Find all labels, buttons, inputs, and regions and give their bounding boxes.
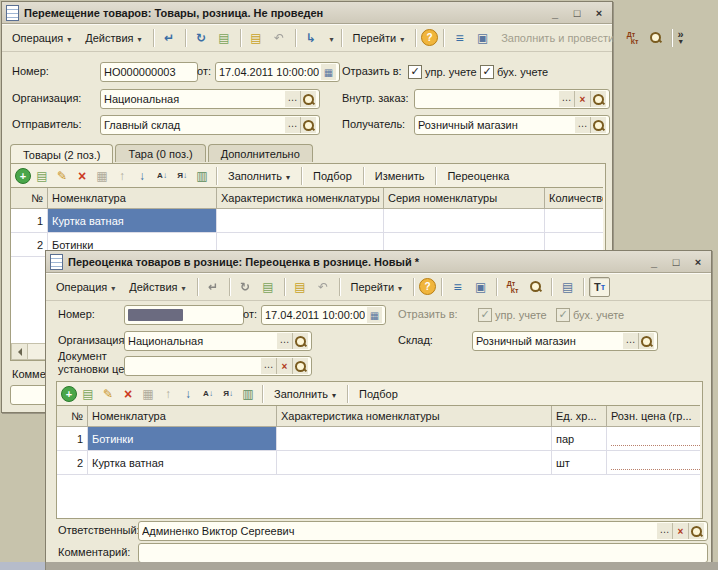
sort-asc-icon[interactable]: А xyxy=(199,385,217,402)
open-icon[interactable] xyxy=(688,523,704,539)
col-unit[interactable]: Ед. хр... xyxy=(552,406,607,426)
tab-goods[interactable]: Товары (2 поз.) xyxy=(10,144,113,163)
tab-additional[interactable]: Дополнительно xyxy=(208,144,313,162)
table-row[interactable]: 1 Куртка ватная xyxy=(11,209,603,233)
choose-icon[interactable] xyxy=(285,117,300,133)
checkbox-checked-icon[interactable] xyxy=(408,65,422,79)
open-icon[interactable] xyxy=(300,117,316,133)
open-icon[interactable] xyxy=(292,358,308,374)
price-cell[interactable] xyxy=(607,427,700,450)
help-icon[interactable] xyxy=(421,29,438,46)
sort-desc-icon[interactable]: Я xyxy=(173,167,191,184)
sort-asc-icon[interactable]: А xyxy=(153,167,171,184)
copy-row-icon[interactable] xyxy=(33,167,51,184)
maximize-icon[interactable]: □ xyxy=(570,6,584,20)
close-icon[interactable]: × xyxy=(592,6,606,20)
date-field[interactable]: 17.04.2011 10:00:00 xyxy=(261,305,386,325)
col-quantity[interactable]: Количество xyxy=(545,188,603,208)
sort-desc-icon[interactable]: Я xyxy=(219,385,237,402)
copy-icon[interactable] xyxy=(258,277,279,297)
calendar-icon[interactable] xyxy=(367,307,382,323)
structure-icon[interactable] xyxy=(449,28,470,48)
change-button[interactable]: Изменить xyxy=(369,167,431,185)
price-cell[interactable] xyxy=(607,451,700,474)
choose-icon[interactable] xyxy=(277,333,292,349)
organization-field[interactable]: Национальная xyxy=(100,89,320,109)
structure-icon[interactable] xyxy=(447,277,468,297)
clear-icon[interactable] xyxy=(574,91,590,107)
choose-icon[interactable] xyxy=(623,333,638,349)
price-type-icon[interactable]: Тт xyxy=(589,277,610,297)
choose-icon[interactable] xyxy=(285,91,300,107)
minimize-icon[interactable]: _ xyxy=(548,6,562,20)
pricing-doc-field[interactable] xyxy=(124,356,312,376)
maximize-icon[interactable]: □ xyxy=(669,255,683,269)
delete-row-icon[interactable] xyxy=(119,385,137,402)
table-row[interactable]: 2 Куртка ватная шт xyxy=(57,451,700,475)
choose-icon[interactable] xyxy=(261,358,276,374)
close-icon[interactable]: × xyxy=(691,255,705,269)
col-num[interactable]: № xyxy=(11,188,48,208)
comment-field[interactable] xyxy=(138,543,708,563)
help-icon[interactable] xyxy=(419,278,436,295)
col-num[interactable]: № xyxy=(57,406,88,426)
open-icon[interactable] xyxy=(638,333,654,349)
actions-menu[interactable]: Действия xyxy=(79,29,147,47)
col-characteristic[interactable]: Характеристика номенклатуры xyxy=(277,406,552,426)
receiver-field[interactable]: Розничный магазин xyxy=(414,115,610,135)
col-nomenclature[interactable]: Номенклатура xyxy=(48,188,217,208)
edit-row-icon[interactable] xyxy=(53,167,71,184)
col-retail-price[interactable]: Розн. цена (гр... xyxy=(607,406,700,426)
create-based-on-icon[interactable] xyxy=(301,28,322,48)
fill-menu[interactable]: Заполнить xyxy=(222,167,296,185)
choose-icon[interactable] xyxy=(657,523,672,539)
mgmt-accounting-checkbox[interactable]: упр. учете xyxy=(408,62,477,82)
barcode-icon[interactable] xyxy=(239,385,257,402)
clear-icon[interactable] xyxy=(672,523,688,539)
pick-button[interactable]: Подбор xyxy=(353,385,404,403)
warehouse-field[interactable]: Розничный магазин xyxy=(472,331,658,351)
sender-field[interactable]: Главный склад xyxy=(100,115,320,135)
reread-icon[interactable] xyxy=(191,28,212,48)
dtkt-icon[interactable]: ДтКт xyxy=(502,277,523,297)
post-document-icon[interactable] xyxy=(290,277,311,297)
checklist-icon[interactable] xyxy=(472,28,493,48)
fill-menu[interactable]: Заполнить xyxy=(268,385,342,403)
search-document-icon[interactable] xyxy=(645,28,666,48)
responsible-field[interactable]: Админенко Виктор Сергеевич xyxy=(138,521,708,541)
open-icon[interactable] xyxy=(300,91,316,107)
operation-menu[interactable]: Операция xyxy=(6,29,77,47)
date-field[interactable]: 17.04.2011 10:00:00 xyxy=(215,62,340,82)
col-nomenclature[interactable]: Номенклатура xyxy=(88,406,277,426)
report-icon[interactable] xyxy=(557,277,578,297)
search-document-icon[interactable] xyxy=(525,277,546,297)
calendar-icon[interactable] xyxy=(321,64,336,80)
open-icon[interactable] xyxy=(292,333,308,349)
col-series[interactable]: Серия номенклатуры xyxy=(384,188,545,208)
goto-menu[interactable]: Перейти xyxy=(347,29,411,47)
delete-row-icon[interactable] xyxy=(73,167,91,184)
col-characteristic[interactable]: Характеристика номенклатуры xyxy=(217,188,384,208)
clear-icon[interactable] xyxy=(276,358,292,374)
choose-icon[interactable] xyxy=(559,91,574,107)
copy-icon[interactable] xyxy=(214,28,235,48)
tab-tare[interactable]: Тара (0 поз.) xyxy=(115,144,205,162)
titlebar-transfer[interactable]: Перемещение товаров: Товары, розница. Не… xyxy=(2,2,612,24)
open-icon[interactable] xyxy=(590,117,606,133)
add-row-icon[interactable] xyxy=(61,386,77,402)
move-down-icon[interactable] xyxy=(133,167,151,184)
reprice-button[interactable]: Переоценка xyxy=(441,167,515,185)
number-field[interactable] xyxy=(124,305,244,325)
number-field[interactable]: НО000000003 xyxy=(100,62,198,82)
book-accounting-checkbox[interactable]: бух. учете xyxy=(480,62,548,82)
copy-row-icon[interactable] xyxy=(79,385,97,402)
based-on-dropdown[interactable] xyxy=(324,29,336,47)
operation-menu[interactable]: Операция xyxy=(50,278,121,296)
titlebar-reprice[interactable]: Переоценка товаров в рознице: Переоценка… xyxy=(46,251,711,273)
scroll-left-icon[interactable] xyxy=(12,344,28,359)
organization-field[interactable]: Национальная xyxy=(124,331,312,351)
minimize-icon[interactable]: _ xyxy=(647,255,661,269)
checklist-icon[interactable] xyxy=(470,277,491,297)
edit-row-icon[interactable] xyxy=(99,385,117,402)
selected-cell[interactable]: Ботинки xyxy=(88,427,277,450)
